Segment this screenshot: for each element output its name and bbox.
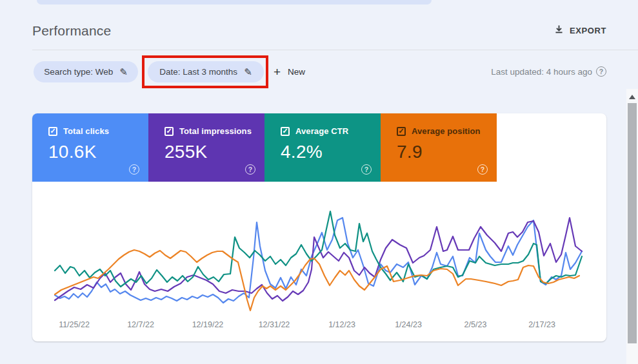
help-icon[interactable]: ? [245,164,255,175]
export-button[interactable]: EXPORT [554,24,606,36]
download-icon [554,24,564,36]
metric-card-total-impressions[interactable]: ✓ Total impressions 255K ? [148,113,264,182]
metric-card-total-clicks[interactable]: ✓ Total clicks 10.6K ? [32,113,148,182]
export-label: EXPORT [570,26,606,35]
x-tick-label: 1/12/23 [328,320,355,329]
last-updated-status: Last updated: 4 hours ago ? [491,66,606,77]
performance-chart-svg [32,193,606,341]
x-tick-label: 12/31/22 [259,320,290,329]
metric-label: Total impressions [179,126,252,136]
chart-x-axis: 11/25/2212/7/2212/19/2212/31/221/12/231/… [32,320,606,330]
metric-label: Average CTR [295,126,348,136]
x-tick-label: 2/5/23 [464,320,487,329]
chart-line-clicks [55,218,582,303]
plus-icon: + [274,66,281,78]
new-filter-button[interactable]: + New [274,61,305,82]
date-filter-chip[interactable]: Date: Last 3 months ✎ [148,61,264,82]
edit-pencil-icon[interactable]: ✎ [119,67,128,77]
metric-value: 10.6K [48,142,97,162]
new-filter-label: New [288,67,305,77]
x-tick-label: 12/7/22 [127,320,154,329]
metric-value: 4.2% [281,142,323,162]
checkbox-checked-icon[interactable]: ✓ [281,127,290,136]
scrollbar-up-arrow-icon[interactable] [629,95,635,99]
metric-card-average-position[interactable]: ✓ Average position 7.9 ? [381,113,497,182]
help-icon[interactable]: ? [361,164,372,175]
metric-label: Average position [412,126,481,136]
metric-value: 255K [164,142,208,162]
help-icon[interactable]: ? [129,164,139,175]
top-cropped-bar [37,0,432,5]
metric-label: Total clicks [63,126,109,136]
edit-pencil-icon[interactable]: ✎ [244,67,252,77]
x-tick-label: 12/19/22 [192,320,224,329]
last-updated-text: Last updated: 4 hours ago [491,67,592,77]
scrollbar-thumb[interactable] [628,103,637,343]
checkbox-checked-icon[interactable]: ✓ [397,127,406,136]
date-chip-label: Date: Last 3 months [159,67,237,77]
x-tick-label: 11/25/22 [59,320,90,329]
x-tick-label: 2/17/23 [528,320,555,329]
x-tick-label: 1/24/23 [395,320,422,329]
header-divider [32,50,638,50]
search-type-chip[interactable]: Search type: Web ✎ [34,61,138,82]
performance-panel: ✓ Total clicks 10.6K ? ✓ Total impressio… [32,113,606,341]
metric-value: 7.9 [397,142,423,162]
checkbox-checked-icon[interactable]: ✓ [48,127,57,136]
search-type-chip-label: Search type: Web [44,67,113,77]
help-icon[interactable]: ? [477,164,488,175]
help-icon[interactable]: ? [596,66,606,77]
metric-card-average-ctr[interactable]: ✓ Average CTR 4.2% ? [264,113,381,182]
page-title: Performance [32,23,111,39]
checkbox-checked-icon[interactable]: ✓ [164,127,174,136]
